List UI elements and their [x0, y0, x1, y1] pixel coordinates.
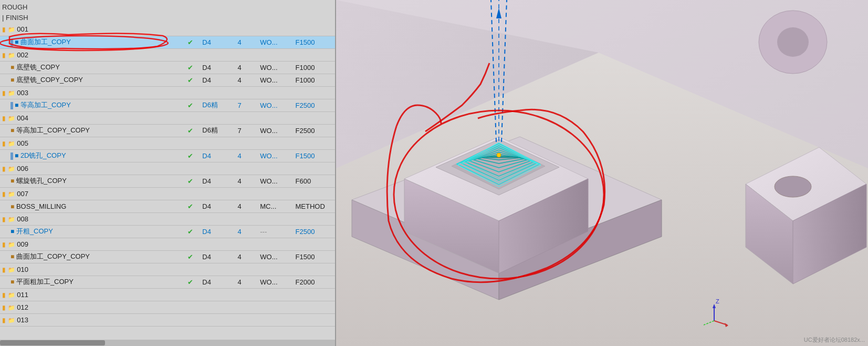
- table-row[interactable]: ▮ 📁 013: [0, 313, 335, 326]
- folder-icon: ▮: [2, 52, 6, 59]
- table-row[interactable]: ■ 2D铣孔_COPY ✔D44WO...F1500: [0, 149, 335, 162]
- svg-point-24: [497, 153, 501, 157]
- op-name-cell: ■ 螺旋铣孔_COPY: [0, 175, 167, 187]
- op-icon: ■: [15, 101, 18, 109]
- wo-cell: WO...: [258, 124, 293, 137]
- folder-icon: ▮: [2, 89, 6, 97]
- op-name-cell: ■ 开粗_COPY: [0, 225, 167, 238]
- folder-icon: ▮: [2, 291, 6, 299]
- folder-icon: ▮: [2, 304, 6, 311]
- check-cell: ✔: [181, 61, 201, 74]
- op-name-cell: ■ 等高加工_COPY_COPY: [0, 124, 167, 137]
- table-row[interactable]: ■ 螺旋铣孔_COPY ✔D44WO...F600: [0, 175, 335, 187]
- table-row[interactable]: ▮ 📁 005: [0, 137, 335, 149]
- group-name-cell: ▮ 📁 011: [0, 288, 167, 301]
- folder-icon: ▮: [2, 190, 6, 198]
- op-name-cell: ■ 曲面加工_COPY: [0, 36, 167, 48]
- table-row[interactable]: ▮ 📁 004: [0, 111, 335, 124]
- tool-cell: D6精: [200, 124, 235, 137]
- table-row[interactable]: ■ 底壁铣_COPY_COPY ✔D44WO...F1000: [0, 74, 335, 86]
- bar-cell: [167, 200, 181, 212]
- table-row[interactable]: ▮ 📁 001: [0, 23, 335, 36]
- table-row[interactable]: ▮ 📁 003: [0, 86, 335, 99]
- feed-cell: F1500: [294, 149, 336, 162]
- svg-point-30: [777, 27, 809, 57]
- num-cell: 4: [236, 61, 258, 74]
- table-row[interactable]: ▮ 📁 012: [0, 301, 335, 313]
- check-cell: ✔: [181, 74, 201, 86]
- 3d-scene-svg: Z ZC XC YC XM YM: [336, 0, 868, 346]
- op-name-cell: ■ 曲面加工_COPY_COPY: [0, 250, 167, 263]
- table-row[interactable]: ■ 底壁铣_COPY ✔D44WO...F1000: [0, 61, 335, 74]
- table-row[interactable]: ■ 曲面加工_COPY_COPY ✔D44WO...F1500: [0, 250, 335, 263]
- wo-cell: WO...: [258, 74, 293, 86]
- op-icon: ■: [11, 64, 14, 71]
- check-cell: ✔: [181, 149, 201, 162]
- bar-cell: [167, 149, 181, 162]
- progress-bar: [11, 39, 13, 46]
- wo-cell: WO...: [258, 99, 293, 111]
- group-name-cell: ▮ 📁 010: [0, 263, 167, 276]
- op-icon: ■: [15, 152, 18, 159]
- feed-cell: F2500: [294, 99, 336, 111]
- table-row[interactable]: ■ BOSS_MILLING ✔D44MC...METHOD: [0, 200, 335, 212]
- group-name-cell: ▮ 📁 013: [0, 313, 167, 326]
- tool-cell: D4: [200, 225, 235, 238]
- feed-cell: F2000: [294, 276, 336, 288]
- right-panel: Z ZC XC YC XM YM UC爱好者论坛08182x...: [336, 0, 868, 346]
- num-cell: 7: [236, 124, 258, 137]
- group-name-cell: ▮ 📁 002: [0, 48, 167, 61]
- svg-text:Z: Z: [716, 298, 719, 304]
- folder-icon: ▮: [2, 317, 6, 324]
- scroll-thumb[interactable]: [0, 340, 105, 345]
- feed-cell: F1000: [294, 61, 336, 74]
- tool-cell: D4: [200, 250, 235, 263]
- table-row[interactable]: ▮ 📁 008: [0, 212, 335, 225]
- bar-cell: [167, 250, 181, 263]
- table-row[interactable]: ▮ 📁 011: [0, 288, 335, 301]
- op-icon: ■: [11, 278, 14, 286]
- group-name-cell: ▮ 📁 008: [0, 212, 167, 225]
- table-row[interactable]: ▮ 📁 010: [0, 263, 335, 276]
- tool-cell: D6精: [200, 99, 235, 111]
- check-cell: ✔: [181, 200, 201, 212]
- table-row[interactable]: ▮ 📁 009: [0, 238, 335, 250]
- folder-icon: ▮: [2, 266, 6, 273]
- table-row[interactable]: ■ 曲面加工_COPY ✔D44WO...F1500: [0, 36, 335, 48]
- num-cell: 4: [236, 225, 258, 238]
- feed-cell: F1000: [294, 74, 336, 86]
- group-name-cell: ▮ 📁 006: [0, 162, 167, 175]
- op-icon: ■: [11, 76, 14, 84]
- table-row[interactable]: ■ 开粗_COPY ✔D44---F2500: [0, 225, 335, 238]
- op-name-cell: ■ 底壁铣_COPY: [0, 61, 167, 74]
- wo-cell: WO...: [258, 149, 293, 162]
- tool-cell: D4: [200, 36, 235, 48]
- table-row[interactable]: ▮ 📁 006: [0, 162, 335, 175]
- check-cell: ✔: [181, 124, 201, 137]
- wo-cell: WO...: [258, 36, 293, 48]
- op-name-cell: ■ 2D铣孔_COPY: [0, 149, 167, 162]
- bar-cell: [167, 99, 181, 111]
- group-name-cell: ▮ 📁 004: [0, 111, 167, 124]
- wo-cell: WO...: [258, 175, 293, 187]
- feed-cell: F1500: [294, 36, 336, 48]
- check-cell: ✔: [181, 225, 201, 238]
- table-row[interactable]: ■ 平面粗加工_COPY ✔D44WO...F2000: [0, 276, 335, 288]
- group-name-cell: ▮ 📁 009: [0, 238, 167, 250]
- wo-cell: WO...: [258, 276, 293, 288]
- table-row[interactable]: ■ 等高加工_COPY ✔D6精7WO...F2500: [0, 99, 335, 111]
- op-icon: ■: [11, 228, 14, 235]
- table-row[interactable]: ▮ 📁 007: [0, 187, 335, 200]
- group-name-cell: ▮ 📁 003: [0, 86, 167, 99]
- bar-cell: [167, 74, 181, 86]
- op-icon: ■: [11, 253, 14, 260]
- folder-icon: ▮: [2, 26, 6, 33]
- table-row[interactable]: ▮ 📁 002: [0, 48, 335, 61]
- bar-cell: [167, 175, 181, 187]
- table-row[interactable]: ■ 等高加工_COPY_COPY ✔D6精7WO...F2500: [0, 124, 335, 137]
- bar-cell: [167, 276, 181, 288]
- horizontal-scrollbar[interactable]: [0, 340, 335, 346]
- op-name-cell: ■ BOSS_MILLING: [0, 200, 167, 212]
- group-name-cell: ▮ 📁 007: [0, 187, 167, 200]
- wo-cell: WO...: [258, 61, 293, 74]
